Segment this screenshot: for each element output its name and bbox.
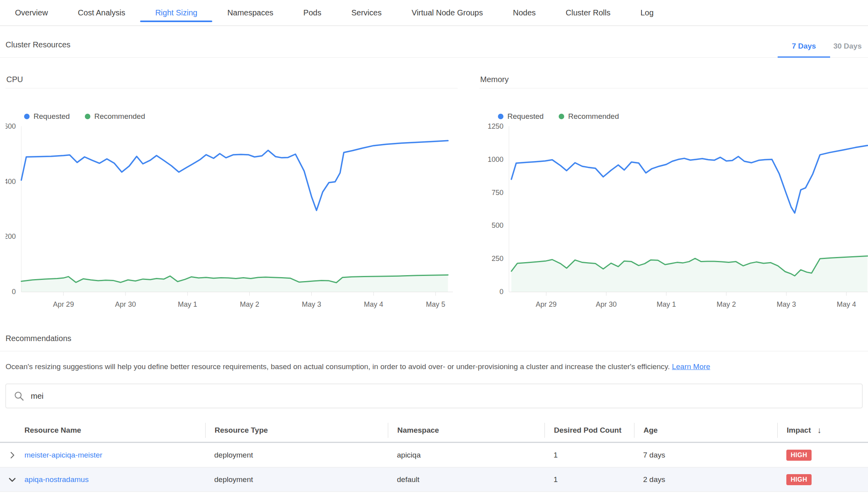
column-header-impact[interactable]: Impact↓ bbox=[777, 423, 868, 438]
table-row[interactable]: meister-apiciqa-meisterdeploymentapiciqa… bbox=[0, 443, 868, 467]
recommendations-header: Recommendations bbox=[0, 311, 868, 351]
learn-more-link[interactable]: Learn More bbox=[672, 362, 710, 371]
y-axis-tick-label: 400 bbox=[6, 178, 16, 186]
legend-dot-icon bbox=[559, 114, 564, 119]
x-axis-tick-label: Apr 29 bbox=[53, 300, 74, 308]
x-axis-tick-label: Apr 30 bbox=[115, 300, 136, 308]
sort-descending-icon[interactable]: ↓ bbox=[817, 426, 821, 435]
memory-legend: RequestedRecommended bbox=[498, 112, 868, 121]
memory-chart-host: 025050075010001250Apr 29Apr 30May 1May 2… bbox=[479, 122, 868, 311]
tab-cost-analysis[interactable]: Cost Analysis bbox=[63, 0, 140, 25]
table-row[interactable]: apiqa-nostradamusdeploymentdefault12 day… bbox=[0, 467, 868, 492]
cpu-legend-recommended[interactable]: Recommended bbox=[85, 112, 145, 121]
recommendations-description-text: Ocean's resizing suggestions will help y… bbox=[6, 362, 670, 371]
cpu-panel: CPU RequestedRecommended 0200400600Apr 2… bbox=[6, 58, 458, 311]
resource-name-link[interactable]: apiqa-nostradamus bbox=[24, 475, 89, 484]
cluster-resources-title: Cluster Resources bbox=[6, 26, 71, 57]
y-axis-tick-label: 1000 bbox=[488, 156, 503, 163]
tab-services[interactable]: Services bbox=[336, 0, 397, 25]
y-axis-tick-label: 250 bbox=[492, 255, 503, 263]
namespace-cell: default bbox=[388, 475, 544, 484]
cluster-resources-section: Cluster Resources 7 Days30 Days CPU Requ… bbox=[0, 26, 868, 311]
tab-nodes[interactable]: Nodes bbox=[498, 0, 551, 25]
cpu-requested-line bbox=[21, 141, 448, 210]
legend-dot-icon bbox=[24, 114, 30, 119]
cpu-chart-host: 0200400600Apr 29Apr 30May 1May 2May 3May… bbox=[6, 122, 458, 311]
desired-pod-count-cell: 1 bbox=[544, 451, 634, 460]
x-axis-tick-label: May 3 bbox=[302, 300, 321, 308]
column-header-resource-type[interactable]: Resource Type bbox=[205, 423, 388, 438]
cpu-recommended-area bbox=[21, 275, 448, 292]
column-header-label: Desired Pod Count bbox=[554, 426, 621, 435]
search-input[interactable] bbox=[31, 392, 854, 401]
namespace-cell: apiciqa bbox=[388, 451, 544, 460]
resource-type-cell: deployment bbox=[205, 451, 388, 460]
desired-pod-count-cell: 1 bbox=[544, 475, 634, 484]
y-axis-tick-label: 600 bbox=[6, 122, 16, 130]
x-axis-tick-label: May 3 bbox=[777, 300, 796, 308]
tab-namespaces[interactable]: Namespaces bbox=[212, 0, 288, 25]
resource-type-cell: deployment bbox=[205, 475, 388, 484]
column-header-namespace[interactable]: Namespace bbox=[388, 423, 544, 438]
resource-name-cell: meister-apiciqa-meister bbox=[0, 450, 205, 460]
tab-pods[interactable]: Pods bbox=[288, 0, 337, 25]
cpu-legend: RequestedRecommended bbox=[24, 112, 458, 121]
expand-row-chevron-icon[interactable] bbox=[0, 450, 24, 460]
y-axis-tick-label: 500 bbox=[492, 221, 503, 229]
memory-panel: Memory RequestedRecommended 025050075010… bbox=[479, 58, 868, 311]
x-axis-tick-label: Apr 29 bbox=[536, 300, 557, 308]
cpu-chart-title: CPU bbox=[6, 58, 458, 88]
search-icon bbox=[14, 391, 24, 401]
column-header-desired-pod-count[interactable]: Desired Pod Count bbox=[544, 423, 634, 438]
time-range-tabs: 7 Days30 Days bbox=[792, 42, 868, 57]
collapse-row-chevron-icon[interactable] bbox=[0, 475, 24, 484]
x-axis-tick-label: May 5 bbox=[426, 300, 445, 308]
tab-right-sizing[interactable]: Right Sizing bbox=[140, 0, 212, 25]
recommendations-section: Recommendations Ocean's resizing suggest… bbox=[0, 311, 868, 492]
y-axis-tick-label: 200 bbox=[6, 233, 16, 240]
column-header-label: Resource Name bbox=[24, 426, 81, 435]
column-header-label: Age bbox=[644, 426, 658, 435]
column-header-label: Namespace bbox=[397, 426, 439, 435]
x-axis-tick-label: May 2 bbox=[240, 300, 259, 308]
range-30-days[interactable]: 30 Days bbox=[833, 42, 862, 57]
table-body: meister-apiciqa-meisterdeploymentapiciqa… bbox=[0, 443, 868, 492]
memory-legend-recommended[interactable]: Recommended bbox=[559, 112, 619, 121]
column-header-age[interactable]: Age bbox=[634, 423, 777, 438]
y-axis-tick-label: 0 bbox=[499, 288, 503, 296]
age-cell: 7 days bbox=[634, 451, 777, 460]
tab-bar: OverviewCost AnalysisRight SizingNamespa… bbox=[0, 0, 868, 26]
recommendations-title: Recommendations bbox=[6, 311, 868, 351]
legend-label: Requested bbox=[34, 112, 70, 121]
impact-badge: HIGH bbox=[786, 474, 812, 485]
range-7-days[interactable]: 7 Days bbox=[792, 42, 816, 57]
x-axis-tick-label: May 2 bbox=[716, 300, 736, 308]
column-header-label: Impact bbox=[787, 426, 811, 435]
cpu-chart: 0200400600Apr 29Apr 30May 1May 2May 3May… bbox=[6, 122, 458, 310]
x-axis-tick-label: May 1 bbox=[178, 300, 197, 308]
legend-dot-icon bbox=[498, 114, 503, 119]
x-axis-tick-label: May 1 bbox=[657, 300, 676, 308]
memory-chart: 025050075010001250Apr 29Apr 30May 1May 2… bbox=[479, 122, 868, 310]
y-axis-tick-label: 1250 bbox=[488, 122, 503, 130]
search-box[interactable] bbox=[6, 384, 862, 408]
impact-cell: HIGH bbox=[777, 474, 868, 485]
y-axis-tick-label: 750 bbox=[492, 189, 503, 197]
resource-name-link[interactable]: meister-apiciqa-meister bbox=[24, 451, 102, 460]
tab-overview[interactable]: Overview bbox=[0, 0, 63, 25]
charts-row: CPU RequestedRecommended 0200400600Apr 2… bbox=[0, 58, 868, 311]
memory-chart-title: Memory bbox=[479, 58, 868, 88]
tab-cluster-rolls[interactable]: Cluster Rolls bbox=[551, 0, 625, 25]
legend-dot-icon bbox=[85, 114, 90, 119]
cpu-legend-requested[interactable]: Requested bbox=[24, 112, 70, 121]
impact-badge: HIGH bbox=[786, 450, 812, 461]
column-header-resource-name[interactable]: Resource Name bbox=[0, 423, 205, 438]
recommendations-description: Ocean's resizing suggestions will help y… bbox=[6, 362, 862, 371]
recommendations-table: Resource NameResource TypeNamespaceDesir… bbox=[0, 418, 868, 492]
memory-legend-requested[interactable]: Requested bbox=[498, 112, 544, 121]
impact-cell: HIGH bbox=[777, 450, 868, 461]
memory-requested-line bbox=[511, 146, 867, 213]
tab-virtual-node-groups[interactable]: Virtual Node Groups bbox=[397, 0, 498, 25]
table-header: Resource NameResource TypeNamespaceDesir… bbox=[0, 418, 868, 443]
tab-log[interactable]: Log bbox=[625, 0, 668, 25]
